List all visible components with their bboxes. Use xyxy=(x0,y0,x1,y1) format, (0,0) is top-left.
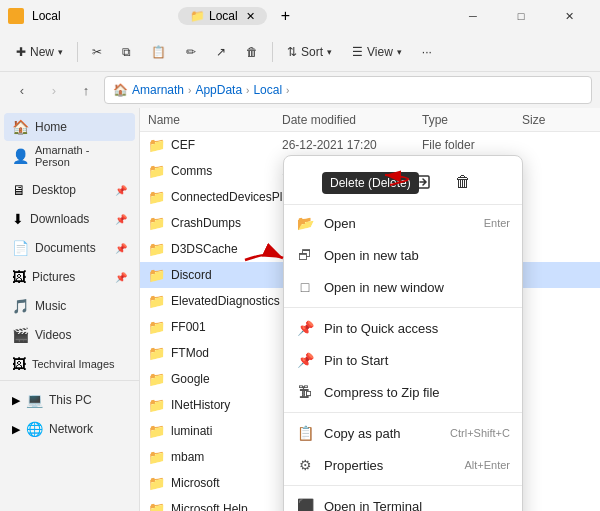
file-name: mbam xyxy=(171,450,282,464)
downloads-pin-icon: 📌 xyxy=(115,214,127,225)
sidebar-techviral-label: Techviral Images xyxy=(32,358,127,370)
delete-btn[interactable]: 🗑 xyxy=(238,36,266,68)
downloads-icon: ⬇ xyxy=(12,211,24,227)
cm-item-icon: 🗜 xyxy=(296,384,314,400)
breadcrumb-sep-2: › xyxy=(246,85,249,96)
cm-item-shortcut: Ctrl+Shift+C xyxy=(450,427,510,439)
col-type-header[interactable]: Type xyxy=(422,113,522,127)
file-name: Microsoft xyxy=(171,476,282,490)
minimize-btn[interactable]: ─ xyxy=(450,0,496,32)
file-name: FTMod xyxy=(171,346,282,360)
up-btn[interactable]: ↑ xyxy=(72,76,100,104)
cm-items-container: 📂 Open Enter 🗗 Open in new tab □ Open in… xyxy=(284,207,522,511)
file-name: Comms xyxy=(171,164,282,178)
rename-icon: ✏ xyxy=(186,45,196,59)
cm-item-icon: 📂 xyxy=(296,215,314,231)
sidebar-documents-label: Documents xyxy=(35,241,109,255)
sidebar-pictures-label: Pictures xyxy=(32,270,109,284)
new-dropdown-icon: ▾ xyxy=(58,47,63,57)
sidebar-item-pictures[interactable]: 🖼 Pictures 📌 xyxy=(4,263,135,291)
breadcrumb-part-3[interactable]: Local xyxy=(253,83,282,97)
folder-icon: 📁 xyxy=(148,397,165,413)
col-size-header[interactable]: Size xyxy=(522,113,592,127)
maximize-btn[interactable]: □ xyxy=(498,0,544,32)
sidebar-videos-label: Videos xyxy=(35,328,127,342)
more-btn[interactable]: ··· xyxy=(414,36,440,68)
view-icon: ☰ xyxy=(352,45,363,59)
network-icon: 🌐 xyxy=(26,421,43,437)
tab-local[interactable]: 📁 Local ✕ xyxy=(178,7,267,25)
person-icon: 👤 xyxy=(12,148,29,164)
sidebar-item-downloads[interactable]: ⬇ Downloads 📌 xyxy=(4,205,135,233)
cm-item-label: Open in Terminal xyxy=(324,499,500,512)
breadcrumb-part-1[interactable]: Amarnath xyxy=(132,83,184,97)
cm-item-icon: 📌 xyxy=(296,320,314,336)
file-name: CEF xyxy=(171,138,282,152)
pictures-pin-icon: 📌 xyxy=(115,272,127,283)
view-dropdown-icon: ▾ xyxy=(397,47,402,57)
copy-icon: ⧉ xyxy=(122,45,131,59)
breadcrumb[interactable]: 🏠 Amarnath › AppData › Local › xyxy=(104,76,592,104)
nav-bar: ‹ › ↑ 🏠 Amarnath › AppData › Local › xyxy=(0,72,600,108)
cm-item-open-new-tab[interactable]: 🗗 Open in new tab xyxy=(284,239,522,271)
sidebar-item-home[interactable]: 🏠 Home xyxy=(4,113,135,141)
toolbar: ✚ New ▾ ✂ ⧉ 📋 ✏ ↗ 🗑 ⇅ Sort ▾ ☰ View ▾ ··… xyxy=(0,32,600,72)
copy-btn[interactable]: ⧉ xyxy=(114,36,139,68)
folder-icon: 📁 xyxy=(148,449,165,465)
more-icon: ··· xyxy=(422,45,432,59)
rename-btn[interactable]: ✏ xyxy=(178,36,204,68)
folder-icon: 📁 xyxy=(148,423,165,439)
cm-separator xyxy=(284,412,522,413)
folder-icon: 📁 xyxy=(148,501,165,511)
sidebar: 🏠 Home 👤 Amarnath - Person 🖥 Desktop 📌 ⬇… xyxy=(0,108,140,511)
sidebar-home-label: Home xyxy=(35,120,127,134)
new-icon: ✚ xyxy=(16,45,26,59)
col-modified-header[interactable]: Date modified xyxy=(282,113,422,127)
breadcrumb-part-2[interactable]: AppData xyxy=(195,83,242,97)
cm-item-pin-start[interactable]: 📌 Pin to Start xyxy=(284,344,522,376)
sidebar-music-label: Music xyxy=(35,299,127,313)
cm-separator xyxy=(284,485,522,486)
cm-item-icon: □ xyxy=(296,279,314,295)
view-label: View xyxy=(367,45,393,59)
cm-item-label: Open xyxy=(324,216,474,231)
back-btn[interactable]: ‹ xyxy=(8,76,36,104)
cm-item-label: Pin to Start xyxy=(324,353,500,368)
tab-close[interactable]: ✕ xyxy=(246,10,255,23)
sidebar-desktop-label: Desktop xyxy=(32,183,109,197)
share-btn[interactable]: ↗ xyxy=(208,36,234,68)
pictures-icon: 🖼 xyxy=(12,269,26,285)
cut-btn[interactable]: ✂ xyxy=(84,36,110,68)
cm-item-copy-path[interactable]: 📋 Copy as path Ctrl+Shift+C xyxy=(284,417,522,449)
col-name-header[interactable]: Name xyxy=(148,113,282,127)
new-btn[interactable]: ✚ New ▾ xyxy=(8,36,71,68)
cm-item-open[interactable]: 📂 Open Enter xyxy=(284,207,522,239)
videos-icon: 🎬 xyxy=(12,327,29,343)
cm-item-shortcut: Enter xyxy=(484,217,510,229)
cm-item-compress-zip[interactable]: 🗜 Compress to Zip file xyxy=(284,376,522,408)
sidebar-item-desktop[interactable]: 🖥 Desktop 📌 xyxy=(4,176,135,204)
cm-item-icon: 🗗 xyxy=(296,247,314,263)
close-btn[interactable]: ✕ xyxy=(546,0,592,32)
new-label: New xyxy=(30,45,54,59)
sort-dropdown-icon: ▾ xyxy=(327,47,332,57)
cm-item-open-terminal[interactable]: ⬛ Open in Terminal xyxy=(284,490,522,511)
paste-btn[interactable]: 📋 xyxy=(143,36,174,68)
sidebar-item-videos[interactable]: 🎬 Videos xyxy=(4,321,135,349)
cm-item-pin-quick-access[interactable]: 📌 Pin to Quick access xyxy=(284,312,522,344)
sidebar-item-music[interactable]: 🎵 Music xyxy=(4,292,135,320)
cm-item-icon: 📋 xyxy=(296,425,314,441)
cm-item-open-new-window[interactable]: □ Open in new window xyxy=(284,271,522,303)
sidebar-item-techviral[interactable]: 🖼 Techviral Images xyxy=(4,350,135,378)
sidebar-item-thispc[interactable]: ▶ 💻 This PC xyxy=(4,386,135,414)
sort-btn[interactable]: ⇅ Sort ▾ xyxy=(279,36,340,68)
sidebar-item-network[interactable]: ▶ 🌐 Network xyxy=(4,415,135,443)
cm-delete-btn[interactable]: 🗑 xyxy=(447,166,479,198)
new-tab-btn[interactable]: + xyxy=(275,7,296,25)
sidebar-network-label: Network xyxy=(49,422,127,436)
view-btn[interactable]: ☰ View ▾ xyxy=(344,36,410,68)
sidebar-item-documents[interactable]: 📄 Documents 📌 xyxy=(4,234,135,262)
cm-item-properties[interactable]: ⚙ Properties Alt+Enter xyxy=(284,449,522,481)
cm-separator xyxy=(284,307,522,308)
sidebar-item-person[interactable]: 👤 Amarnath - Person xyxy=(4,142,135,170)
